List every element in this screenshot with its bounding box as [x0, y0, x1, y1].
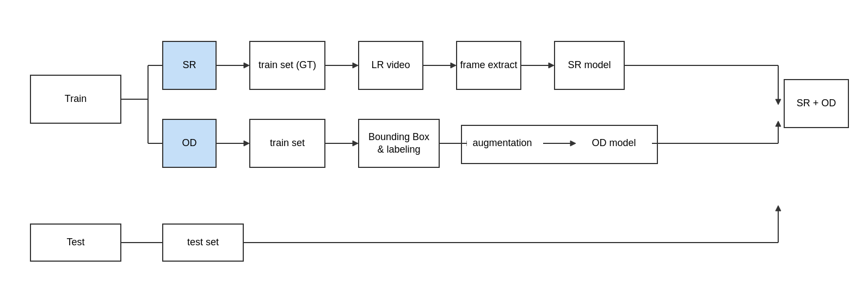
svg-marker-9: [451, 63, 456, 68]
sr-od-box: SR + OD: [784, 79, 849, 128]
bounding-box-box: Bounding Box & labeling: [358, 119, 440, 168]
train-set-gt-box: train set (GT): [249, 41, 325, 90]
sr-model-box: SR model: [554, 41, 625, 90]
svg-marker-30: [775, 206, 781, 211]
augmentation-box: augmentation: [467, 127, 538, 160]
test-box: Test: [30, 223, 121, 262]
train-set-box: train set: [249, 119, 325, 168]
test-set-box: test set: [162, 223, 244, 262]
diagram: Train SR OD train set (GT) LR video fram…: [0, 0, 868, 290]
od-box: OD: [162, 119, 217, 168]
svg-marker-25: [775, 121, 781, 126]
svg-marker-11: [549, 63, 554, 68]
svg-marker-5: [244, 63, 249, 68]
frame-extract-box: frame extract: [456, 41, 521, 90]
svg-marker-18: [353, 141, 358, 146]
svg-marker-14: [775, 99, 781, 105]
sr-box: SR: [162, 41, 217, 90]
svg-marker-22: [570, 141, 576, 146]
od-model-box: OD model: [576, 127, 652, 160]
lr-video-box: LR video: [358, 41, 423, 90]
svg-marker-7: [353, 63, 358, 68]
svg-marker-16: [244, 141, 249, 146]
train-box: Train: [30, 75, 121, 124]
